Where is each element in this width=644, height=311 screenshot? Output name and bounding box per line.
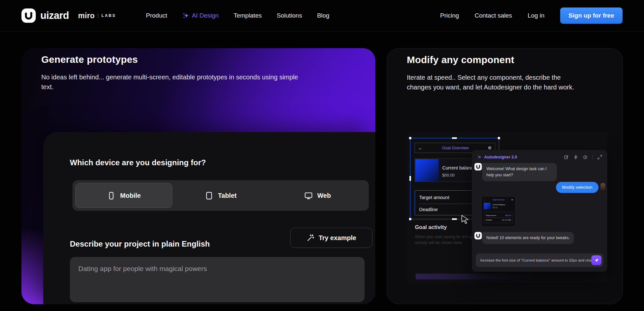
gear-icon: ⚙ — [511, 198, 513, 201]
thumbnail-header: ← Goal Overview ⚙ — [484, 198, 513, 201]
deadline-label: Deadline — [419, 207, 438, 212]
thumbnail-deadline-row: Deadline Jun 12, 2024 — [486, 218, 511, 222]
nav-item-log-in[interactable]: Log in — [528, 12, 545, 19]
nav-item-blog[interactable]: Blog — [317, 12, 329, 19]
row-divider — [486, 217, 511, 218]
device-option-tablet[interactable]: Tablet — [172, 183, 269, 208]
labs-divider — [98, 13, 98, 18]
chat-title: Autodesigner 2.0 — [484, 155, 517, 159]
chat-input-text: Increase the font size of "Current balan… — [480, 258, 591, 262]
chat-toolbar — [564, 155, 602, 159]
expand-icon — [598, 155, 602, 159]
selection-handle — [452, 137, 457, 139]
chat-header: Autodesigner 2.0 — [472, 150, 607, 164]
dim-purple-bar — [416, 274, 535, 279]
bot-message-noted: Noted! 10 elements are ready for your tw… — [482, 232, 574, 244]
nav-item-contact-sales[interactable]: Contact sales — [475, 12, 512, 19]
thumbnail-detail-rows: Target amount $500.00 Deadline Jun 12, 2… — [484, 212, 513, 223]
modify-component-card: Modify any component Iterate at speed.. … — [387, 48, 623, 304]
device-selector: Mobile Tablet Web — [72, 180, 369, 211]
selection-handle — [452, 218, 457, 220]
bot-message-welcome: Welcome! What design task can I help you… — [482, 163, 557, 181]
balance-thumbnail-image — [415, 159, 439, 182]
back-arrow-icon: ← — [484, 199, 486, 201]
project-description-input[interactable] — [70, 257, 365, 302]
selection-handle — [409, 176, 411, 181]
balance-card: Current balance $00.00 — [415, 158, 496, 182]
miro-wordmark: miro — [78, 11, 95, 20]
try-example-button[interactable]: Try example — [290, 228, 372, 248]
top-navigation: uizard miro LABS Product AI Design Templ… — [0, 0, 644, 32]
user-message-modify-selection: Modify selection — [556, 182, 599, 193]
labs-label: LABS — [101, 13, 116, 18]
row-divider — [419, 204, 493, 204]
mockup-screen-title: Goal Overview — [423, 146, 488, 150]
goal-activity-title: Goal activity — [415, 224, 447, 230]
uizard-logo-icon — [21, 8, 36, 23]
toolbar-divider — [592, 155, 593, 159]
nav-item-pricing[interactable]: Pricing — [440, 12, 459, 19]
selection-frame — [410, 138, 499, 219]
back-arrow-icon: ← — [418, 145, 423, 151]
goal-activity-hint: When you start saving for this goal, the… — [415, 234, 486, 246]
thumbnail-balance-card: Current balance $00.00 — [484, 203, 513, 210]
thumbnail-balance-value: $00.00 — [493, 207, 505, 209]
nav-item-product[interactable]: Product — [146, 12, 167, 19]
history-icon — [583, 155, 587, 159]
mockup-screen-header: ← Goal Overview ⚙ — [415, 143, 495, 153]
modify-card-subtitle: Iterate at speed.. Select any component,… — [407, 73, 582, 92]
tablet-icon — [205, 191, 213, 200]
describe-heading: Describe your project in plain English — [70, 239, 210, 249]
nav-item-solutions[interactable]: Solutions — [277, 12, 302, 19]
cursor-icon — [460, 214, 470, 224]
uizard-bot-avatar — [474, 163, 482, 170]
brand[interactable]: uizard miro LABS — [21, 8, 116, 23]
send-button — [591, 255, 601, 265]
device-option-mobile[interactable]: Mobile — [75, 183, 172, 208]
uizard-bot-avatar — [474, 232, 482, 239]
wand-icon — [306, 234, 315, 242]
thumbnail-balance-image — [484, 203, 491, 210]
generator-panel: Which device are you designing for? Mobi… — [43, 132, 375, 304]
selection-handle — [409, 137, 411, 139]
secondary-nav: Pricing Contact sales Log in Sign up for… — [440, 7, 623, 24]
bolt-icon — [573, 155, 578, 159]
chat-input-bar: Increase the font size of "Current balan… — [476, 253, 603, 267]
gear-icon: ⚙ — [488, 145, 492, 150]
send-icon — [594, 258, 599, 263]
generate-card-subtitle: No ideas left behind... generate multi-s… — [41, 72, 308, 92]
compose-icon — [564, 155, 569, 159]
balance-label: Current balance — [442, 165, 476, 170]
uizard-wordmark: uizard — [40, 10, 69, 21]
generate-prototypes-card: Generate prototypes No ideas left behind… — [21, 48, 375, 304]
sparkle-icon — [182, 12, 189, 19]
primary-nav: Product AI Design Templates Solutions Bl… — [146, 12, 329, 19]
selection-handle — [409, 218, 411, 220]
nav-item-templates[interactable]: Templates — [234, 12, 262, 19]
mobile-phone-icon — [107, 191, 116, 200]
target-deadline-group: Target amount Deadline — [415, 190, 497, 215]
user-avatar — [600, 183, 605, 190]
balance-value: $00.00 — [442, 173, 455, 178]
target-amount-label: Target amount — [419, 195, 449, 200]
nav-item-ai-design[interactable]: AI Design — [182, 12, 219, 19]
autodesigner-demo-image: ← Goal Overview ⚙ Current balance $00.00… — [407, 132, 607, 283]
modify-card-title: Modify any component — [407, 54, 514, 65]
thumbnail-title: Goal Overview — [486, 199, 511, 201]
signup-button[interactable]: Sign up for free — [560, 7, 623, 24]
sparkle-icon — [477, 155, 482, 159]
autodesigner-chat-panel: Autodesigner 2.0 Welcome! What design ta… — [472, 150, 607, 272]
device-question: Which device are you designing for? — [70, 158, 206, 167]
device-option-web[interactable]: Web — [269, 183, 366, 208]
monitor-icon — [304, 191, 313, 200]
attached-screen-thumbnail: ← Goal Overview ⚙ Current balance $00.00 — [481, 196, 516, 227]
generate-card-title: Generate prototypes — [41, 54, 138, 65]
selection-handle — [498, 137, 500, 139]
thumbnail-target-row: Target amount $500.00 — [486, 213, 511, 217]
thumbnail-balance-label: Current balance — [493, 204, 505, 206]
